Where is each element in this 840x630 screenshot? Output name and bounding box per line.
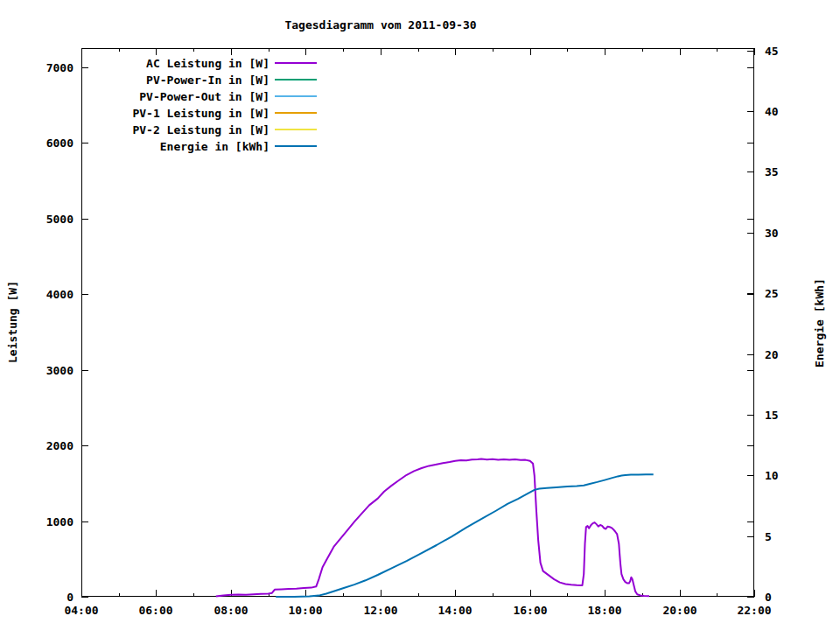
x-tick-label: 06:00	[138, 604, 172, 617]
series-line-ac-leistung	[216, 459, 649, 597]
x-tick-label: 22:00	[737, 604, 771, 617]
legend-line-sample	[275, 79, 317, 80]
y-left-tick-label: 5000	[46, 213, 74, 226]
legend-item-line-row	[0, 122, 840, 138]
x-tick-label: 10:00	[288, 604, 322, 617]
y-left-tick-label: 4000	[46, 288, 74, 301]
series-line-energie	[276, 474, 654, 597]
legend-item-line-row	[0, 105, 840, 122]
y-right-tick-label: 5	[765, 530, 772, 543]
legend-line-sample	[275, 145, 317, 147]
y-left-tick-label: 0	[66, 591, 74, 604]
legend-item-line-row	[0, 72, 840, 88]
legend-item-line-row	[0, 55, 840, 72]
x-tick-label: 08:00	[214, 604, 248, 617]
y-right-tick-label: 0	[765, 591, 772, 604]
y-right-tick-label: 25	[765, 287, 779, 300]
legend-line-sample	[275, 129, 317, 130]
legend-line-sample	[275, 95, 317, 97]
y-right-tick-label: 15	[765, 409, 779, 422]
legend-line-sample	[275, 112, 317, 114]
x-tick-label: 20:00	[662, 604, 696, 617]
x-tick-label: 04:00	[64, 604, 98, 617]
legend-line-sample	[275, 62, 317, 64]
x-tick-label: 18:00	[587, 604, 621, 617]
x-tick-label: 14:00	[438, 604, 472, 617]
y-left-tick-label: 3000	[46, 364, 74, 377]
x-tick-label: 16:00	[513, 604, 547, 617]
legend-item-line-row	[0, 138, 840, 155]
y-left-tick-label: 2000	[46, 439, 74, 452]
y-right-tick-label: 35	[765, 165, 779, 178]
pv-daily-chart: Tagesdiagramm vom 2011-09-30 Leistung [W…	[0, 0, 840, 630]
y-right-tick-label: 30	[765, 227, 779, 240]
x-tick-label: 12:00	[363, 604, 397, 617]
y-right-tick-label: 20	[765, 348, 779, 361]
y-right-tick-label: 10	[765, 469, 779, 482]
legend-item-line-row	[0, 88, 840, 105]
y-left-tick-label: 1000	[46, 515, 74, 528]
